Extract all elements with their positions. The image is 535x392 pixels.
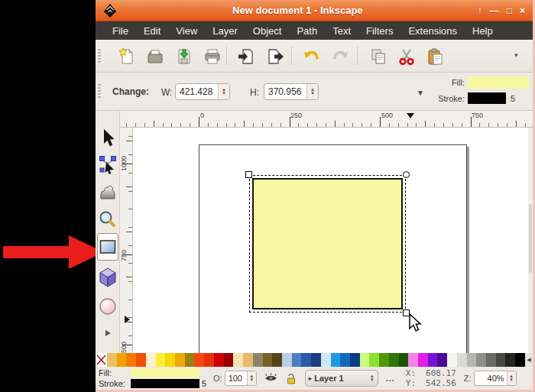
palette-swatch[interactable]	[301, 353, 311, 367]
palette-swatch[interactable]	[117, 353, 127, 367]
palette-swatch[interactable]	[496, 353, 506, 367]
palette-swatch[interactable]	[107, 353, 117, 367]
palette-swatch[interactable]	[389, 353, 399, 367]
palette-swatch[interactable]	[204, 353, 214, 367]
menu-text[interactable]: Text	[325, 23, 358, 39]
toolbar-grip[interactable]	[98, 49, 101, 63]
menu-object[interactable]: Object	[245, 23, 290, 39]
minimize-button[interactable]: —	[490, 5, 499, 16]
resize-handle-top-right[interactable]	[403, 171, 410, 178]
palette-swatch[interactable]	[418, 353, 428, 367]
palette-swatch[interactable]	[233, 353, 243, 367]
width-spin-arrows-icon[interactable]: ▲▼	[218, 84, 229, 99]
ellipse-tool-icon[interactable]	[97, 295, 118, 318]
palette-swatch[interactable]	[399, 353, 409, 367]
redo-icon[interactable]	[329, 45, 352, 67]
height-spinbox[interactable]: 370.956 ▲▼	[264, 83, 319, 100]
palette-swatch[interactable]	[447, 353, 457, 367]
node-editor-tool-icon[interactable]	[97, 154, 118, 177]
drawn-rectangle[interactable]	[252, 178, 403, 309]
menu-edit[interactable]: Edit	[136, 23, 168, 39]
selector-tool-icon[interactable]	[97, 127, 118, 150]
palette-swatch[interactable]	[311, 353, 321, 367]
tweak-tool-icon[interactable]	[97, 181, 118, 204]
3d-box-tool-icon[interactable]	[97, 266, 118, 289]
palette-swatch[interactable]	[263, 353, 273, 367]
palette-swatch[interactable]	[505, 353, 515, 367]
status-fill-swatch[interactable]	[131, 368, 199, 377]
opacity-spin-arrows-icon[interactable]: ▲▼	[247, 371, 256, 385]
palette-swatch[interactable]	[282, 353, 292, 367]
print-icon[interactable]	[201, 45, 224, 67]
palette-swatch[interactable]	[243, 353, 253, 367]
palette-swatch[interactable]	[437, 353, 447, 367]
palette-swatch[interactable]	[467, 353, 477, 367]
menu-help[interactable]: Help	[465, 23, 501, 39]
copy-icon[interactable]	[367, 45, 390, 67]
options-grip[interactable]	[98, 84, 101, 98]
palette-swatch[interactable]	[185, 353, 195, 367]
close-button[interactable]: ×	[520, 5, 525, 16]
width-value[interactable]: 421.428	[176, 84, 218, 99]
palette-swatch[interactable]	[360, 353, 370, 367]
export-icon[interactable]	[264, 45, 287, 67]
palette-swatch[interactable]	[214, 353, 224, 367]
palette-swatch[interactable]	[457, 353, 467, 367]
palette-swatch[interactable]	[156, 353, 166, 367]
palette-swatch[interactable]	[515, 353, 525, 367]
status-stroke-swatch[interactable]	[131, 379, 199, 388]
palette-swatch[interactable]	[194, 353, 204, 367]
vertical-ruler[interactable]: 1000 750 500	[120, 128, 133, 353]
layer-lock-icon[interactable]	[285, 373, 296, 384]
opacity-spinbox[interactable]: 100 ▲▼	[225, 371, 257, 386]
palette-swatch[interactable]	[379, 353, 389, 367]
rectangle-tool-icon[interactable]	[97, 233, 118, 261]
import-icon[interactable]	[235, 45, 258, 67]
palette-swatch[interactable]	[126, 353, 136, 367]
maximize-button[interactable]: □	[507, 5, 512, 16]
zoom-spin-arrows-icon[interactable]: ▲▼	[507, 371, 516, 385]
palette-swatch[interactable]	[165, 353, 175, 367]
vertical-scrollbar[interactable]	[528, 128, 533, 353]
menu-file[interactable]: File	[105, 23, 136, 39]
width-spinbox[interactable]: 421.428 ▲▼	[175, 83, 230, 100]
shade-button[interactable]: ↑	[478, 5, 482, 16]
palette-swatch[interactable]	[428, 353, 438, 367]
fill-swatch[interactable]	[468, 76, 529, 89]
palette-scroll-icon[interactable]: ◀	[525, 353, 533, 367]
toolbox-expander-icon[interactable]	[97, 327, 118, 339]
resize-handle-top-left[interactable]	[245, 171, 252, 178]
palette-swatch[interactable]	[146, 353, 156, 367]
palette-swatch[interactable]	[224, 353, 234, 367]
palette-swatch[interactable]	[292, 353, 302, 367]
options-dropdown-icon[interactable]: ▼	[417, 89, 424, 97]
fill-stroke-indicator[interactable]: Fill: Stroke: 5	[431, 74, 530, 109]
open-icon[interactable]	[144, 45, 167, 67]
height-spin-arrows-icon[interactable]: ▲▼	[306, 84, 318, 99]
layer-selector[interactable]: ▸ Layer 1 ▲▼	[305, 370, 378, 387]
cut-icon[interactable]	[395, 45, 418, 67]
palette-swatch[interactable]	[136, 353, 146, 367]
new-document-icon[interactable]	[115, 45, 138, 67]
zoom-tool-icon[interactable]	[97, 208, 118, 231]
layer-visibility-eye-icon[interactable]	[264, 373, 277, 384]
palette-swatch[interactable]	[476, 353, 486, 367]
toolbar-overflow-icon[interactable]: ▾	[514, 51, 518, 59]
palette-swatch[interactable]	[486, 353, 496, 367]
height-value[interactable]: 370.956	[264, 84, 306, 99]
no-color-swatch[interactable]	[96, 353, 107, 367]
zoom-value[interactable]: 40%	[475, 371, 507, 385]
palette-swatch[interactable]	[408, 353, 418, 367]
palette-swatch[interactable]	[350, 353, 360, 367]
menu-layer[interactable]: Layer	[205, 23, 245, 39]
menu-filters[interactable]: Filters	[358, 23, 400, 39]
horizontal-ruler[interactable]: 0 250 500 750	[120, 111, 533, 128]
menu-path[interactable]: Path	[289, 23, 325, 39]
palette-swatch[interactable]	[175, 353, 185, 367]
palette-swatch[interactable]	[340, 353, 350, 367]
stroke-swatch[interactable]	[468, 92, 506, 104]
paste-icon[interactable]	[423, 45, 446, 67]
menu-extensions[interactable]: Extensions	[400, 23, 465, 39]
menu-view[interactable]: View	[168, 23, 205, 39]
canvas[interactable]	[133, 128, 533, 353]
